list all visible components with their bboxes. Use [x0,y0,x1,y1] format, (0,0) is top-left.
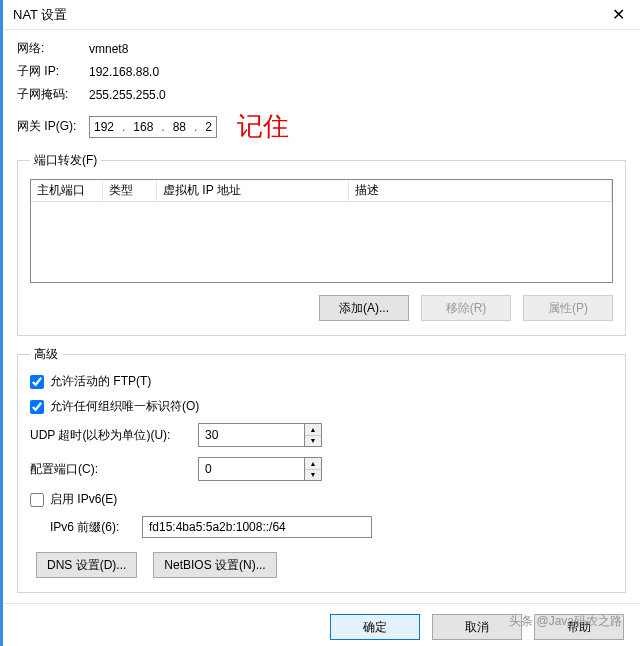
subnet-mask-value: 255.255.255.0 [89,88,166,102]
col-description[interactable]: 描述 [349,180,612,201]
annotation-text: 记住 [237,109,289,144]
col-type[interactable]: 类型 [103,180,157,201]
spinner-up-icon[interactable]: ▲ [305,424,321,436]
close-icon: ✕ [612,5,625,24]
allow-oui-row: 允许任何组织唯一标识符(O) [30,398,613,415]
window-title: NAT 设置 [13,6,67,24]
enable-ipv6-checkbox[interactable] [30,493,44,507]
gateway-row: 网关 IP(G): 192. 168. 88. 2 记住 [17,109,626,144]
subnet-mask-label: 子网掩码: [17,86,89,103]
udp-timeout-row: UDP 超时(以秒为单位)(U): ▲ ▼ [30,423,613,447]
remove-button: 移除(R) [421,295,511,321]
subnet-ip-row: 子网 IP: 192.168.88.0 [17,63,626,80]
port-forward-group: 端口转发(F) 主机端口 类型 虚拟机 IP 地址 描述 添加(A)... 移除… [17,152,626,336]
port-forward-legend: 端口转发(F) [30,152,101,169]
port-forward-buttons: 添加(A)... 移除(R) 属性(P) [30,295,613,321]
port-forward-table[interactable]: 主机端口 类型 虚拟机 IP 地址 描述 [30,179,613,283]
subnet-ip-label: 子网 IP: [17,63,89,80]
config-port-input[interactable] [198,457,304,481]
titlebar: NAT 设置 ✕ [3,0,640,30]
cancel-button[interactable]: 取消 [432,614,522,640]
add-button[interactable]: 添加(A)... [319,295,409,321]
gateway-octet-1[interactable]: 168 [133,120,153,134]
enable-ipv6-row: 启用 IPv6(E) [30,491,613,508]
ipv6-prefix-row: IPv6 前缀(6): [50,516,613,538]
udp-timeout-arrows[interactable]: ▲ ▼ [304,423,322,447]
col-host-port[interactable]: 主机端口 [31,180,103,201]
config-port-spinner[interactable]: ▲ ▼ [198,457,322,481]
advanced-group: 高级 允许活动的 FTP(T) 允许任何组织唯一标识符(O) UDP 超时(以秒… [17,346,626,593]
gateway-octet-0[interactable]: 192 [94,120,114,134]
close-button[interactable]: ✕ [596,0,640,30]
allow-oui-checkbox[interactable] [30,400,44,414]
table-header: 主机端口 类型 虚拟机 IP 地址 描述 [31,180,612,202]
gateway-ip-input[interactable]: 192. 168. 88. 2 [89,116,217,138]
enable-ipv6-label[interactable]: 启用 IPv6(E) [50,491,117,508]
spinner-down-icon[interactable]: ▼ [305,470,321,481]
advanced-legend: 高级 [30,346,62,363]
udp-timeout-label: UDP 超时(以秒为单位)(U): [30,427,198,444]
dns-settings-button[interactable]: DNS 设置(D)... [36,552,137,578]
ipv6-prefix-input[interactable] [142,516,372,538]
config-port-row: 配置端口(C): ▲ ▼ [30,457,613,481]
gateway-octet-2[interactable]: 88 [173,120,186,134]
ipv6-prefix-label: IPv6 前缀(6): [50,519,142,536]
properties-button: 属性(P) [523,295,613,321]
subnet-mask-row: 子网掩码: 255.255.255.0 [17,86,626,103]
network-value: vmnet8 [89,42,128,56]
config-port-arrows[interactable]: ▲ ▼ [304,457,322,481]
network-row: 网络: vmnet8 [17,40,626,57]
allow-ftp-row: 允许活动的 FTP(T) [30,373,613,390]
udp-timeout-spinner[interactable]: ▲ ▼ [198,423,322,447]
allow-ftp-label[interactable]: 允许活动的 FTP(T) [50,373,151,390]
allow-oui-label[interactable]: 允许任何组织唯一标识符(O) [50,398,199,415]
col-vm-ip[interactable]: 虚拟机 IP 地址 [157,180,349,201]
help-button[interactable]: 帮助 [534,614,624,640]
dialog-footer: 确定 取消 帮助 [3,603,640,640]
spinner-down-icon[interactable]: ▼ [305,436,321,447]
gateway-label: 网关 IP(G): [17,118,89,135]
netbios-settings-button[interactable]: NetBIOS 设置(N)... [153,552,276,578]
network-label: 网络: [17,40,89,57]
gateway-octet-3[interactable]: 2 [205,120,212,134]
spinner-up-icon[interactable]: ▲ [305,458,321,470]
content-area: 网络: vmnet8 子网 IP: 192.168.88.0 子网掩码: 255… [3,30,640,593]
config-port-label: 配置端口(C): [30,461,198,478]
ok-button[interactable]: 确定 [330,614,420,640]
advanced-buttons: DNS 设置(D)... NetBIOS 设置(N)... [36,552,613,578]
subnet-ip-value: 192.168.88.0 [89,65,159,79]
udp-timeout-input[interactable] [198,423,304,447]
allow-ftp-checkbox[interactable] [30,375,44,389]
